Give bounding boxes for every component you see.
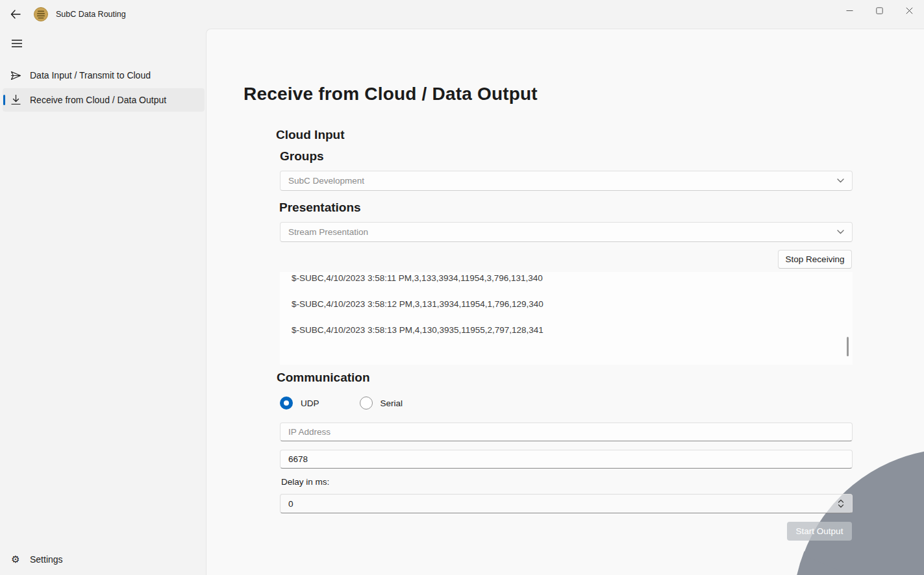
- maximize-button[interactable]: [864, 0, 894, 21]
- app-logo-icon: [34, 7, 48, 21]
- nav-item-label: Receive from Cloud / Data Output: [30, 95, 166, 105]
- radio-udp[interactable]: UDP: [280, 397, 319, 410]
- back-arrow-icon: [10, 10, 21, 19]
- radio-selected-icon: [280, 397, 293, 410]
- nav-item-data-output[interactable]: Receive from Cloud / Data Output: [3, 88, 205, 112]
- chevron-down-icon: [837, 178, 844, 183]
- groups-heading: Groups: [280, 149, 324, 164]
- start-output-button[interactable]: Start Output: [787, 522, 852, 541]
- download-icon: [3, 95, 29, 105]
- stop-receiving-button[interactable]: Stop Receiving: [778, 250, 852, 269]
- data-log-list[interactable]: $-SUBC,4/10/2023 3:58:11 PM,3,133,3934,1…: [280, 272, 853, 365]
- nav-menu-button[interactable]: [4, 32, 30, 55]
- radio-udp-label: UDP: [301, 398, 319, 408]
- radio-serial-label: Serial: [381, 398, 403, 408]
- ip-address-input[interactable]: [280, 422, 853, 441]
- selection-indicator: [3, 95, 5, 105]
- log-line: $-SUBC,4/10/2023 3:58:12 PM,3,131,3934,1…: [280, 291, 853, 317]
- log-scrollbar[interactable]: [847, 337, 849, 356]
- protocol-radio-group: UDP Serial: [280, 397, 443, 410]
- delay-value-input[interactable]: [288, 499, 834, 509]
- close-button[interactable]: [894, 0, 924, 21]
- gear-icon: ⚙: [3, 554, 29, 565]
- log-scroller: $-SUBC,4/10/2023 3:58:11 PM,3,133,3934,1…: [280, 272, 853, 343]
- nav-item-data-input[interactable]: Data Input / Transmit to Cloud: [3, 64, 205, 87]
- chevron-down-icon: [837, 230, 844, 234]
- radio-serial[interactable]: Serial: [360, 397, 403, 410]
- groups-dropdown[interactable]: SubC Development: [280, 171, 853, 191]
- page-title: Receive from Cloud / Data Output: [243, 84, 538, 104]
- log-line: $-SUBC,4/10/2023 3:58:11 PM,3,133,3934,1…: [280, 272, 853, 291]
- app-title: SubC Data Routing: [56, 10, 126, 19]
- titlebar: SubC Data Routing: [0, 0, 924, 29]
- groups-dropdown-value: SubC Development: [288, 176, 837, 186]
- presentations-dropdown-value: Stream Presentation: [288, 227, 837, 237]
- minimize-icon: [846, 7, 853, 14]
- navigation-sidebar: Data Input / Transmit to Cloud Receive f…: [0, 29, 206, 575]
- window-controls: [834, 0, 924, 21]
- nav-item-settings[interactable]: ⚙ Settings: [3, 548, 205, 571]
- back-button[interactable]: [5, 4, 26, 25]
- spinner-updown-icon[interactable]: [834, 496, 848, 511]
- presentations-heading: Presentations: [279, 201, 361, 215]
- nav-item-label: Data Input / Transmit to Cloud: [30, 70, 151, 80]
- nav-item-label: Settings: [30, 554, 63, 565]
- send-icon: [3, 71, 29, 80]
- radio-unselected-icon: [360, 397, 373, 410]
- close-icon: [906, 7, 913, 14]
- delay-label: Delay in ms:: [281, 477, 329, 487]
- log-line: $-SUBC,4/10/2023 3:58:13 PM,4,130,3935,1…: [280, 317, 853, 343]
- content-panel: Receive from Cloud / Data Output Cloud I…: [206, 29, 924, 575]
- minimize-button[interactable]: [834, 0, 864, 21]
- port-input[interactable]: [280, 450, 853, 469]
- presentations-dropdown[interactable]: Stream Presentation: [280, 222, 853, 242]
- maximize-icon: [876, 7, 883, 14]
- communication-heading: Communication: [277, 371, 370, 385]
- delay-numberbox[interactable]: [280, 494, 853, 513]
- hamburger-icon: [12, 40, 22, 47]
- cloud-input-heading: Cloud Input: [276, 128, 345, 142]
